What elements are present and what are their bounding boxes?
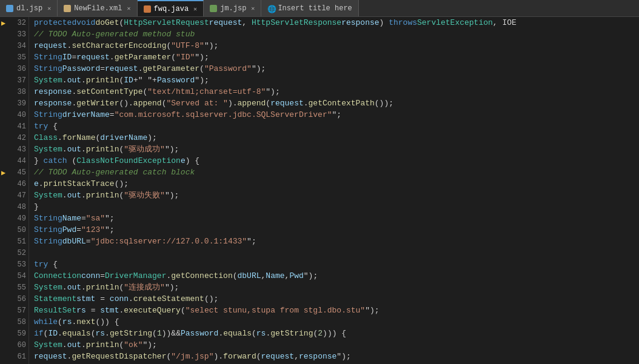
gutter-row-40: 40 xyxy=(0,109,28,121)
line-num-38: 38 xyxy=(12,88,26,96)
xml-icon xyxy=(64,5,71,12)
code-line-43: System.out.println("驱动成功""); xyxy=(29,144,639,155)
gutter-row-59: 59 xyxy=(0,328,28,339)
line-num-48: 48 xyxy=(12,203,26,211)
line-num-61: 61 xyxy=(12,352,26,361)
tab-newfile-label: NewFile.xml xyxy=(74,4,122,13)
code-line-54: Connection conn=DriverManager.getConnect… xyxy=(29,270,639,282)
code-line-42: Class.forName(driverName); xyxy=(29,132,639,144)
gutter-row-49: 49 xyxy=(0,213,28,224)
editor: ▶32333435363738394041424344▶454647484950… xyxy=(0,17,639,364)
line-num-59: 59 xyxy=(12,329,26,338)
gutter-row-47: 47 xyxy=(0,190,28,201)
tab-jm[interactable]: jm.jsp ✕ xyxy=(204,0,261,16)
code-line-55: System.out.println("连接成功""); xyxy=(29,282,639,293)
code-line-51: String dbURL="jdbc:sqlserver://127.0.0.1… xyxy=(29,236,639,247)
code-line-44: } catch (ClassNotFoundException e) { xyxy=(29,155,639,167)
gutter-row-48: 48 xyxy=(0,201,28,213)
line-num-57: 57 xyxy=(12,306,26,315)
tab-fwq[interactable]: fwq.java ✕ xyxy=(138,0,204,16)
code-line-50: String Pwd="123""; xyxy=(29,224,639,236)
arrow-indicator: ▶ xyxy=(1,18,5,27)
code-line-35: String ID=request.getParameter("ID""); xyxy=(29,51,639,63)
gutter-row-35: 35 xyxy=(0,51,28,63)
code-line-58: while(rs.next()) { xyxy=(29,316,639,328)
code-line-38: response.setContentType("text/html;chars… xyxy=(29,86,639,98)
tab-dl-label: dl.jsp xyxy=(16,4,42,13)
code-line-52 xyxy=(29,247,639,259)
code-line-36: String Password=request.getParameter("Pa… xyxy=(29,63,639,74)
line-num-36: 36 xyxy=(12,65,26,73)
line-num-42: 42 xyxy=(12,134,26,142)
code-line-61: request.getRequestDispatcher("/jm.jsp").… xyxy=(29,351,639,362)
line-gutter: ▶32333435363738394041424344▶454647484950… xyxy=(0,17,29,364)
tab-dl[interactable]: dl.jsp ✕ xyxy=(0,0,58,16)
code-line-33: // TODO Auto-generated method stub xyxy=(29,28,639,40)
gutter-row-45: ▶45 xyxy=(0,167,28,178)
gutter-row-51: 51 xyxy=(0,236,28,247)
gutter-row-50: 50 xyxy=(0,224,28,236)
line-num-40: 40 xyxy=(12,111,26,119)
gutter-row-56: 56 xyxy=(0,293,28,305)
gutter-row-42: 42 xyxy=(0,132,28,144)
code-area[interactable]: protected void doGet(HttpServletRequest … xyxy=(29,17,639,364)
globe-icon: 🌐 xyxy=(267,5,275,12)
gutter-row-41: 41 xyxy=(0,121,28,132)
code-line-48: } xyxy=(29,201,639,213)
line-num-51: 51 xyxy=(12,237,26,246)
code-line-60: System.out.println("ok""); xyxy=(29,339,639,351)
tab-dl-close[interactable]: ✕ xyxy=(47,5,51,12)
line-numbers: ▶32333435363738394041424344▶454647484950… xyxy=(0,17,28,362)
gutter-row-54: 54 xyxy=(0,270,28,282)
gutter-row-53: 53 xyxy=(0,259,28,270)
gutter-row-38: 38 xyxy=(0,86,28,98)
gutter-row-43: 43 xyxy=(0,144,28,155)
code-line-37: System.out.println(ID+" "+Password"); xyxy=(29,74,639,86)
tab-insert-label: Insert title here xyxy=(278,4,352,13)
gutter-row-61: 61 xyxy=(0,351,28,362)
code-line-49: String Name="sa""; xyxy=(29,213,639,224)
gutter-row-52: 52 xyxy=(0,247,28,259)
line-num-32: 32 xyxy=(12,19,26,27)
line-num-37: 37 xyxy=(12,76,26,85)
gutter-row-46: 46 xyxy=(0,178,28,190)
line-num-52: 52 xyxy=(12,249,26,257)
line-num-43: 43 xyxy=(12,145,26,154)
jsp-icon xyxy=(210,5,217,12)
line-num-49: 49 xyxy=(12,214,26,223)
code-line-57: ResultSet rs = stmt.executeQuery("select… xyxy=(29,305,639,316)
code-line-40: String driverName="com.microsoft.sqlserv… xyxy=(29,109,639,121)
line-num-47: 47 xyxy=(12,191,26,200)
code-line-47: System.out.println("驱动失败""); xyxy=(29,190,639,201)
line-num-35: 35 xyxy=(12,53,26,62)
line-num-46: 46 xyxy=(12,180,26,188)
tab-jm-close[interactable]: ✕ xyxy=(251,5,255,12)
line-num-50: 50 xyxy=(12,226,26,234)
line-num-56: 56 xyxy=(12,295,26,303)
gutter-row-60: 60 xyxy=(0,339,28,351)
tab-fwq-close[interactable]: ✕ xyxy=(193,5,197,13)
line-num-39: 39 xyxy=(12,99,26,108)
tab-newfile[interactable]: NewFile.xml ✕ xyxy=(58,0,137,16)
line-num-44: 44 xyxy=(12,157,26,165)
gutter-row-44: 44 xyxy=(0,155,28,167)
code-line-34: request.setCharacterEncoding("UTF-8""); xyxy=(29,40,639,51)
tab-newfile-close[interactable]: ✕ xyxy=(127,5,130,12)
gutter-row-39: 39 xyxy=(0,98,28,109)
dl-icon xyxy=(6,5,13,12)
line-num-53: 53 xyxy=(12,260,26,269)
code-line-56: Statement stmt = conn.createStatement(); xyxy=(29,293,639,305)
line-num-54: 54 xyxy=(12,272,26,280)
gutter-row-36: 36 xyxy=(0,63,28,74)
gutter-row-58: 58 xyxy=(0,316,28,328)
line-num-60: 60 xyxy=(12,341,26,349)
arrow-indicator: ▶ xyxy=(1,168,5,177)
gutter-row-57: 57 xyxy=(0,305,28,316)
code-line-53: try { xyxy=(29,259,639,270)
code-line-59: if(ID.equals(rs.getString(1))&&Password.… xyxy=(29,328,639,339)
code-line-41: try { xyxy=(29,121,639,132)
tab-insert[interactable]: 🌐 Insert title here xyxy=(261,0,358,16)
line-num-55: 55 xyxy=(12,283,26,292)
code-line-32: protected void doGet(HttpServletRequest … xyxy=(29,17,639,28)
line-num-58: 58 xyxy=(12,318,26,326)
